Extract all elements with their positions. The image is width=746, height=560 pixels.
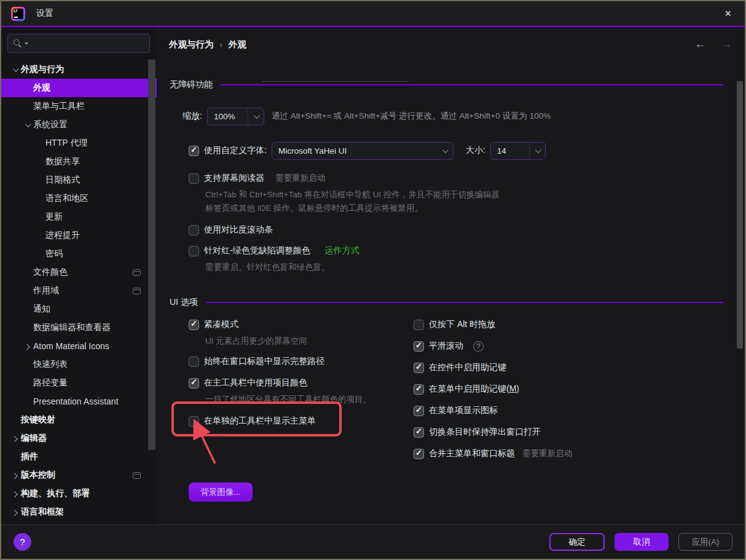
separate-toolbar-menu-checkbox[interactable]	[189, 416, 199, 427]
contrast-scrollbar-checkbox[interactable]	[189, 225, 199, 235]
sidebar-item-version-control[interactable]: 版本控制	[1, 466, 157, 484]
colorblind-description: 需要重启。针对红色盲和绿色盲。	[205, 261, 745, 274]
chevron-right-icon	[11, 473, 17, 479]
smooth-scroll-label[interactable]: 平滑滚动	[429, 341, 463, 352]
alt-drag-checkbox[interactable]	[414, 320, 424, 330]
colorblind-checkbox[interactable]	[189, 246, 199, 256]
sidebar-scrollbar[interactable]	[148, 60, 155, 450]
mnemonics-controls-label[interactable]: 在控件中启用助记键	[429, 362, 506, 373]
zoom-value: 100%	[208, 112, 248, 121]
sidebar-item-build-execution-deployment[interactable]: 构建、执行、部署	[1, 484, 157, 503]
how-it-works-link[interactable]: 运作方式	[325, 245, 359, 256]
forward-arrow-icon[interactable]: →	[721, 37, 732, 51]
full-path-checkbox[interactable]	[189, 357, 199, 367]
close-icon[interactable]: ×	[721, 7, 735, 20]
sidebar-item-file-colors[interactable]: 文件颜色	[1, 263, 157, 282]
ok-button[interactable]: 确定	[549, 533, 605, 551]
sidebar-item-presentation-assistant[interactable]: Presentation Assistant	[1, 392, 157, 411]
search-input[interactable]	[7, 34, 150, 53]
chevron-down-icon	[254, 112, 260, 119]
sidebar-item-appearance-behavior[interactable]: 外观与行为	[1, 60, 157, 79]
sidebar-item-passwords[interactable]: 密码	[1, 245, 157, 263]
mnemonics-controls-checkbox[interactable]	[414, 363, 424, 373]
alt-drag-label[interactable]: 仅按下 Alt 时拖放	[429, 319, 495, 330]
breadcrumb-separator: ›	[220, 40, 222, 49]
breadcrumb-parent[interactable]: 外观与行为	[169, 39, 214, 50]
sidebar-item-path-variables[interactable]: 路径变量	[1, 374, 157, 392]
compact-mode-label[interactable]: 紧凑模式	[204, 319, 238, 330]
menu-icons-label[interactable]: 在菜单项显示图标	[429, 405, 498, 416]
sidebar-item-menus-toolbars[interactable]: 菜单与工具栏	[1, 97, 157, 116]
compact-mode-checkbox[interactable]	[189, 320, 199, 330]
sidebar-item-label: 构建、执行、部署	[21, 488, 90, 499]
smooth-scroll-checkbox[interactable]	[414, 341, 424, 352]
mnemonics-menu-checkbox[interactable]	[414, 384, 424, 395]
sidebar-item-http-proxy[interactable]: HTTP 代理	[1, 134, 157, 152]
sidebar-item-atom-material-icons[interactable]: Atom Material Icons	[1, 337, 157, 355]
separate-toolbar-menu-label[interactable]: 在单独的工具栏中显示主菜单	[204, 416, 316, 427]
content-scrollbar[interactable]	[737, 81, 743, 349]
settings-scroll-pane: 无障碍功能 缩放: 100% 通过 Alt+Shift+= 或 Alt+Shif…	[157, 61, 745, 524]
font-size-select[interactable]: 14	[490, 142, 546, 160]
contrast-scrollbar-label[interactable]: 使用对比度滚动条	[204, 224, 273, 235]
custom-font-checkbox[interactable]	[189, 146, 199, 156]
sidebar-item-process-elevation[interactable]: 进程提升	[1, 226, 157, 245]
font-family-select[interactable]: Microsoft YaHei UI	[272, 142, 453, 160]
smooth-scroll-row: 平滑滚动 ?	[414, 340, 745, 352]
sidebar-item-data-sharing[interactable]: 数据共享	[1, 152, 157, 171]
menu-icons-checkbox[interactable]	[414, 406, 424, 416]
sidebar-item-updates[interactable]: 更新	[1, 208, 157, 226]
help-question-icon[interactable]: ?	[473, 341, 484, 352]
screen-reader-description: Ctrl+Tab 和 Ctrl+Shift+Tab 将在对话框中导航 UI 控件…	[205, 188, 745, 215]
keep-popups-open-checkbox[interactable]	[414, 427, 424, 438]
background-image-button[interactable]: 背景图像...	[189, 483, 253, 502]
sidebar-item-label: Presentation Assistant	[33, 396, 119, 406]
font-family-value: Microsoft YaHei UI	[272, 146, 437, 156]
sidebar-item-notifications[interactable]: 通知	[1, 300, 157, 318]
full-path-label[interactable]: 始终在窗口标题中显示完整路径	[204, 356, 324, 367]
logo-text: IJ	[13, 9, 23, 19]
project-settings-icon	[133, 288, 141, 294]
project-colors-checkbox[interactable]	[189, 378, 199, 388]
screen-reader-label[interactable]: 支持屏幕阅读器	[204, 173, 264, 184]
custom-font-label[interactable]: 使用自定义字体:	[204, 145, 267, 156]
sidebar-item-label: 插件	[21, 451, 38, 462]
sidebar-item-keymap[interactable]: 按键映射	[1, 411, 157, 429]
breadcrumb: 外观与行为 › 外观 ← →	[157, 27, 745, 61]
merge-menu-title-checkbox[interactable]	[414, 449, 424, 459]
sidebar-item-scopes[interactable]: 作用域	[1, 282, 157, 300]
screen-reader-checkbox[interactable]	[189, 173, 199, 184]
apply-button[interactable]: 应用(A)	[678, 533, 732, 551]
section-title: 无障碍功能	[170, 79, 213, 90]
sidebar-item-system-settings[interactable]: 系统设置	[1, 116, 157, 134]
zoom-hint: 通过 Alt+Shift+= 或 Alt+Shift+减号 进行更改。通过 Al…	[272, 111, 551, 122]
back-arrow-icon[interactable]: ←	[694, 37, 706, 51]
title-bar: IJ 设置 ×	[1, 1, 745, 26]
keep-popups-open-label[interactable]: 切换条目时保持弹出窗口打开	[429, 427, 541, 438]
sidebar-item-language-region[interactable]: 语言和地区	[1, 189, 157, 208]
mnemonic-letter: M	[509, 384, 517, 393]
sidebar-item-date-formats[interactable]: 日期格式	[1, 171, 157, 189]
merge-menu-title-label[interactable]: 合并主菜单和窗口标题	[429, 448, 515, 459]
colorblind-label[interactable]: 针对红-绿色觉缺陷调整颜色	[204, 245, 310, 256]
cancel-button[interactable]: 取消	[614, 533, 669, 551]
sidebar-item-label: 路径变量	[33, 377, 68, 388]
mnemonics-controls-row: 在控件中启用助记键	[414, 361, 745, 374]
project-settings-icon	[133, 472, 141, 479]
sidebar-item-languages-frameworks[interactable]: 语言和框架	[1, 503, 157, 521]
sidebar-item-editor[interactable]: 编辑器	[1, 429, 157, 448]
sidebar-item-plugins[interactable]: 插件	[1, 448, 157, 466]
mnemonics-menu-label[interactable]: 在菜单中启用助记键(M)	[429, 384, 519, 395]
sidebar-item-appearance[interactable]: 外观	[1, 79, 157, 97]
search-options-caret-icon[interactable]	[25, 42, 28, 45]
compact-mode-description: UI 元素占用更少的屏幕空间	[205, 334, 414, 345]
zoom-select[interactable]: 100%	[207, 108, 264, 125]
sidebar-item-data-editors-viewers[interactable]: 数据编辑器和查看器	[1, 318, 157, 337]
help-button[interactable]: ?	[14, 533, 31, 551]
sidebar-item-quick-lists[interactable]: 快速列表	[1, 355, 157, 374]
project-colors-label[interactable]: 在主工具栏中使用项目颜色	[204, 377, 307, 388]
keep-popups-open-row: 切换条目时保持弹出窗口打开	[414, 426, 745, 438]
alt-drag-row: 仅按下 Alt 时拖放	[414, 318, 745, 331]
sidebar-item-label: 文件颜色	[33, 267, 68, 278]
chevron-down-icon	[442, 147, 449, 153]
